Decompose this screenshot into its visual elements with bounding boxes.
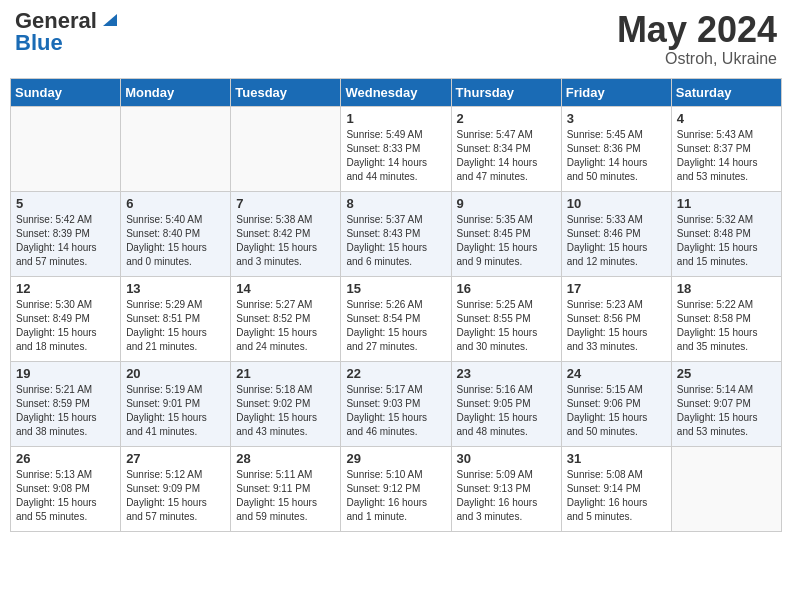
calendar-week-row: 19Sunrise: 5:21 AM Sunset: 8:59 PM Dayli…	[11, 361, 782, 446]
calendar-cell: 13Sunrise: 5:29 AM Sunset: 8:51 PM Dayli…	[121, 276, 231, 361]
calendar-cell: 22Sunrise: 5:17 AM Sunset: 9:03 PM Dayli…	[341, 361, 451, 446]
day-number: 21	[236, 366, 335, 381]
calendar-cell: 29Sunrise: 5:10 AM Sunset: 9:12 PM Dayli…	[341, 446, 451, 531]
day-info: Sunrise: 5:16 AM Sunset: 9:05 PM Dayligh…	[457, 383, 556, 439]
day-number: 4	[677, 111, 776, 126]
calendar-header-wednesday: Wednesday	[341, 78, 451, 106]
day-number: 27	[126, 451, 225, 466]
calendar-week-row: 5Sunrise: 5:42 AM Sunset: 8:39 PM Daylig…	[11, 191, 782, 276]
day-info: Sunrise: 5:45 AM Sunset: 8:36 PM Dayligh…	[567, 128, 666, 184]
day-info: Sunrise: 5:43 AM Sunset: 8:37 PM Dayligh…	[677, 128, 776, 184]
calendar-cell: 23Sunrise: 5:16 AM Sunset: 9:05 PM Dayli…	[451, 361, 561, 446]
day-info: Sunrise: 5:27 AM Sunset: 8:52 PM Dayligh…	[236, 298, 335, 354]
day-info: Sunrise: 5:23 AM Sunset: 8:56 PM Dayligh…	[567, 298, 666, 354]
day-info: Sunrise: 5:29 AM Sunset: 8:51 PM Dayligh…	[126, 298, 225, 354]
day-number: 14	[236, 281, 335, 296]
day-info: Sunrise: 5:19 AM Sunset: 9:01 PM Dayligh…	[126, 383, 225, 439]
day-number: 22	[346, 366, 445, 381]
day-info: Sunrise: 5:15 AM Sunset: 9:06 PM Dayligh…	[567, 383, 666, 439]
day-info: Sunrise: 5:18 AM Sunset: 9:02 PM Dayligh…	[236, 383, 335, 439]
calendar-header-sunday: Sunday	[11, 78, 121, 106]
day-info: Sunrise: 5:35 AM Sunset: 8:45 PM Dayligh…	[457, 213, 556, 269]
day-number: 17	[567, 281, 666, 296]
day-info: Sunrise: 5:21 AM Sunset: 8:59 PM Dayligh…	[16, 383, 115, 439]
day-number: 5	[16, 196, 115, 211]
day-number: 1	[346, 111, 445, 126]
day-info: Sunrise: 5:40 AM Sunset: 8:40 PM Dayligh…	[126, 213, 225, 269]
day-info: Sunrise: 5:33 AM Sunset: 8:46 PM Dayligh…	[567, 213, 666, 269]
svg-marker-0	[103, 14, 117, 26]
location-subtitle: Ostroh, Ukraine	[617, 50, 777, 68]
logo-general-text: General	[15, 10, 97, 32]
calendar-week-row: 1Sunrise: 5:49 AM Sunset: 8:33 PM Daylig…	[11, 106, 782, 191]
calendar-header-friday: Friday	[561, 78, 671, 106]
day-info: Sunrise: 5:17 AM Sunset: 9:03 PM Dayligh…	[346, 383, 445, 439]
day-info: Sunrise: 5:49 AM Sunset: 8:33 PM Dayligh…	[346, 128, 445, 184]
calendar-cell: 1Sunrise: 5:49 AM Sunset: 8:33 PM Daylig…	[341, 106, 451, 191]
day-info: Sunrise: 5:11 AM Sunset: 9:11 PM Dayligh…	[236, 468, 335, 524]
day-number: 19	[16, 366, 115, 381]
day-number: 2	[457, 111, 556, 126]
calendar-cell: 12Sunrise: 5:30 AM Sunset: 8:49 PM Dayli…	[11, 276, 121, 361]
calendar-cell	[671, 446, 781, 531]
calendar-cell	[231, 106, 341, 191]
logo-blue-text: Blue	[15, 32, 63, 54]
day-info: Sunrise: 5:08 AM Sunset: 9:14 PM Dayligh…	[567, 468, 666, 524]
day-info: Sunrise: 5:14 AM Sunset: 9:07 PM Dayligh…	[677, 383, 776, 439]
calendar-cell: 16Sunrise: 5:25 AM Sunset: 8:55 PM Dayli…	[451, 276, 561, 361]
day-info: Sunrise: 5:09 AM Sunset: 9:13 PM Dayligh…	[457, 468, 556, 524]
day-number: 30	[457, 451, 556, 466]
calendar-cell: 8Sunrise: 5:37 AM Sunset: 8:43 PM Daylig…	[341, 191, 451, 276]
calendar-week-row: 26Sunrise: 5:13 AM Sunset: 9:08 PM Dayli…	[11, 446, 782, 531]
calendar-cell: 20Sunrise: 5:19 AM Sunset: 9:01 PM Dayli…	[121, 361, 231, 446]
day-info: Sunrise: 5:22 AM Sunset: 8:58 PM Dayligh…	[677, 298, 776, 354]
day-info: Sunrise: 5:38 AM Sunset: 8:42 PM Dayligh…	[236, 213, 335, 269]
day-number: 11	[677, 196, 776, 211]
calendar-cell: 10Sunrise: 5:33 AM Sunset: 8:46 PM Dayli…	[561, 191, 671, 276]
day-number: 28	[236, 451, 335, 466]
calendar-cell: 15Sunrise: 5:26 AM Sunset: 8:54 PM Dayli…	[341, 276, 451, 361]
calendar-cell	[121, 106, 231, 191]
calendar-cell: 3Sunrise: 5:45 AM Sunset: 8:36 PM Daylig…	[561, 106, 671, 191]
day-number: 12	[16, 281, 115, 296]
day-number: 26	[16, 451, 115, 466]
calendar-cell: 6Sunrise: 5:40 AM Sunset: 8:40 PM Daylig…	[121, 191, 231, 276]
calendar-cell: 21Sunrise: 5:18 AM Sunset: 9:02 PM Dayli…	[231, 361, 341, 446]
day-info: Sunrise: 5:12 AM Sunset: 9:09 PM Dayligh…	[126, 468, 225, 524]
calendar-cell: 17Sunrise: 5:23 AM Sunset: 8:56 PM Dayli…	[561, 276, 671, 361]
month-year-title: May 2024	[617, 10, 777, 50]
calendar-cell: 19Sunrise: 5:21 AM Sunset: 8:59 PM Dayli…	[11, 361, 121, 446]
day-number: 31	[567, 451, 666, 466]
day-number: 15	[346, 281, 445, 296]
calendar-cell: 28Sunrise: 5:11 AM Sunset: 9:11 PM Dayli…	[231, 446, 341, 531]
calendar-header-thursday: Thursday	[451, 78, 561, 106]
day-number: 10	[567, 196, 666, 211]
calendar-cell: 7Sunrise: 5:38 AM Sunset: 8:42 PM Daylig…	[231, 191, 341, 276]
calendar-cell: 30Sunrise: 5:09 AM Sunset: 9:13 PM Dayli…	[451, 446, 561, 531]
calendar-cell: 4Sunrise: 5:43 AM Sunset: 8:37 PM Daylig…	[671, 106, 781, 191]
calendar-cell: 14Sunrise: 5:27 AM Sunset: 8:52 PM Dayli…	[231, 276, 341, 361]
calendar-header-monday: Monday	[121, 78, 231, 106]
calendar-header-row: SundayMondayTuesdayWednesdayThursdayFrid…	[11, 78, 782, 106]
title-block: May 2024 Ostroh, Ukraine	[617, 10, 777, 68]
day-number: 29	[346, 451, 445, 466]
calendar-cell: 25Sunrise: 5:14 AM Sunset: 9:07 PM Dayli…	[671, 361, 781, 446]
calendar-week-row: 12Sunrise: 5:30 AM Sunset: 8:49 PM Dayli…	[11, 276, 782, 361]
calendar-cell	[11, 106, 121, 191]
day-info: Sunrise: 5:32 AM Sunset: 8:48 PM Dayligh…	[677, 213, 776, 269]
day-info: Sunrise: 5:37 AM Sunset: 8:43 PM Dayligh…	[346, 213, 445, 269]
day-number: 6	[126, 196, 225, 211]
day-info: Sunrise: 5:25 AM Sunset: 8:55 PM Dayligh…	[457, 298, 556, 354]
calendar-header-saturday: Saturday	[671, 78, 781, 106]
day-number: 13	[126, 281, 225, 296]
day-number: 9	[457, 196, 556, 211]
day-info: Sunrise: 5:42 AM Sunset: 8:39 PM Dayligh…	[16, 213, 115, 269]
day-number: 18	[677, 281, 776, 296]
day-number: 20	[126, 366, 225, 381]
day-number: 23	[457, 366, 556, 381]
day-info: Sunrise: 5:26 AM Sunset: 8:54 PM Dayligh…	[346, 298, 445, 354]
logo-triangle-icon	[99, 10, 117, 28]
day-number: 7	[236, 196, 335, 211]
day-number: 8	[346, 196, 445, 211]
day-info: Sunrise: 5:30 AM Sunset: 8:49 PM Dayligh…	[16, 298, 115, 354]
